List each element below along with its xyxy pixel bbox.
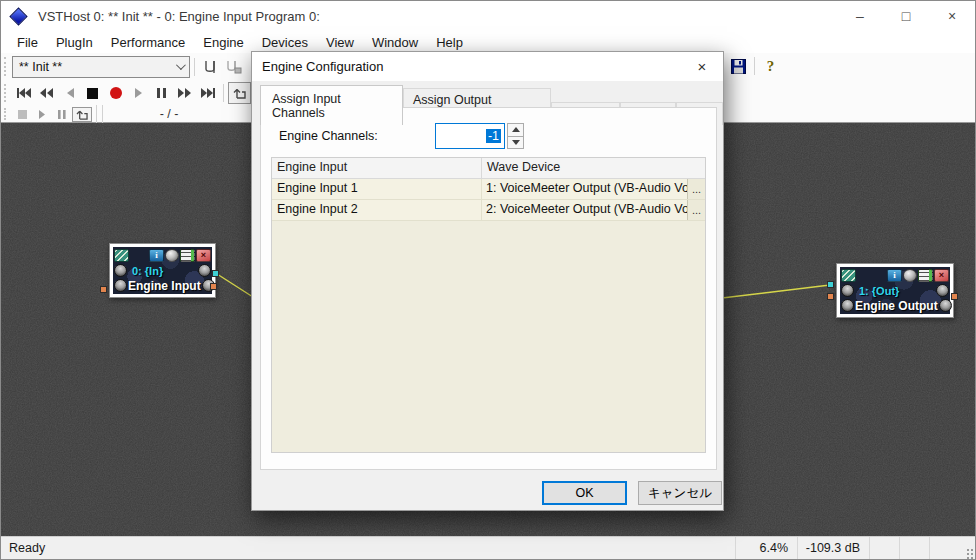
pause-bar-icon — [58, 110, 66, 119]
info-icon[interactable]: i — [149, 249, 164, 262]
info-icon[interactable]: i — [887, 269, 902, 282]
chain-after-button[interactable] — [199, 56, 222, 78]
menu-window[interactable]: Window — [363, 35, 427, 50]
engine-output-node[interactable]: i × 1: {Out} Engine Output — [836, 263, 954, 318]
skip-start-button[interactable] — [12, 82, 35, 104]
stop-bar-icon — [18, 110, 27, 119]
status-bar: Ready 6.4% -109.3 dB — [1, 536, 976, 559]
browse-device-button[interactable]: ... — [687, 200, 705, 220]
pause-icon — [157, 88, 166, 98]
gain-knob[interactable] — [841, 284, 854, 297]
status-output-level: -109.3 dB — [797, 537, 869, 559]
gain-knob[interactable] — [114, 264, 127, 277]
loop-bar-button[interactable] — [72, 107, 92, 122]
maximize-button[interactable]: □ — [883, 1, 929, 31]
loop-bar-icon — [76, 109, 88, 120]
table-row[interactable]: Engine Input 1 1: VoiceMeeter Output (VB… — [272, 179, 705, 200]
wave-device-cell: 1: VoiceMeeter Output (VB-Audio Vo 1 — [482, 179, 687, 199]
output-pin-right-orange[interactable] — [951, 293, 958, 300]
input-pin-right-cyan[interactable] — [212, 270, 219, 277]
bypass-stripes-icon[interactable] — [114, 249, 129, 262]
down-arrow-icon — [512, 140, 520, 145]
chain-bank-button[interactable] — [222, 56, 245, 78]
toolbar-grip[interactable] — [4, 108, 10, 119]
program-list-icon[interactable] — [918, 269, 933, 282]
menu-performance[interactable]: Performance — [102, 35, 194, 50]
assign-input-channels-page: Engine Channels: -1 Engine Input Wave De… — [260, 107, 717, 470]
column-engine-input[interactable]: Engine Input — [272, 158, 482, 178]
play-bar-button[interactable] — [32, 107, 52, 122]
status-empty-pane — [869, 537, 899, 559]
skip-end-button[interactable] — [196, 82, 219, 104]
node-name-label: Engine Output — [855, 299, 938, 313]
stop-icon — [87, 88, 98, 99]
loop-icon — [233, 87, 246, 99]
close-button[interactable]: × — [929, 1, 975, 31]
resize-grip[interactable] — [959, 537, 976, 559]
engine-channels-label: Engine Channels: — [279, 129, 435, 143]
engine-configuration-dialog: Engine Configuration × Assign Input Chan… — [251, 51, 724, 511]
engine-input-cell: Engine Input 1 — [272, 179, 482, 199]
pause-button[interactable] — [150, 82, 173, 104]
bypass-stripes-icon[interactable] — [841, 269, 856, 282]
tab-assign-input-channels[interactable]: Assign Input Channels — [260, 85, 403, 125]
spinner-up-button[interactable] — [507, 123, 524, 137]
output-pin-left-orange[interactable] — [827, 293, 834, 300]
vsthost-window: VSTHost 0: ** Init ** - 0: Engine Input … — [0, 0, 976, 560]
engine-input-cell: Engine Input 2 — [272, 200, 482, 220]
toolbar-grip[interactable] — [4, 57, 10, 76]
loop-button[interactable] — [228, 82, 251, 104]
menu-file[interactable]: File — [8, 35, 47, 50]
window-title: VSTHost 0: ** Init ** - 0: Engine Input … — [38, 9, 320, 24]
minimize-button[interactable]: – — [837, 1, 883, 31]
pan-knob[interactable] — [114, 279, 127, 292]
node-close-icon[interactable]: × — [196, 249, 211, 262]
browse-device-button[interactable]: ... — [687, 179, 705, 199]
ok-button[interactable]: OK — [542, 481, 627, 505]
gain-knob[interactable] — [936, 284, 949, 297]
skip-end-icon — [201, 88, 215, 98]
program-list-icon[interactable] — [180, 249, 195, 262]
engine-channels-input[interactable]: -1 — [435, 123, 505, 149]
input-pin-left-orange[interactable] — [100, 286, 107, 293]
toolbar-grip[interactable] — [4, 84, 10, 102]
play-reverse-button[interactable] — [58, 82, 81, 104]
pan-knob[interactable] — [939, 299, 952, 312]
chain-icon — [202, 59, 220, 75]
input-pin-right-orange[interactable] — [210, 283, 217, 290]
output-pin-left-cyan[interactable] — [827, 281, 834, 288]
stop-bar-button[interactable] — [12, 107, 32, 122]
menu-help[interactable]: Help — [427, 35, 472, 50]
record-button[interactable] — [104, 82, 127, 104]
wave-device-cell: 2: VoiceMeeter Output (VB-Audio Vo 2 — [482, 200, 687, 220]
sphere-icon[interactable] — [165, 249, 179, 262]
menu-devices[interactable]: Devices — [253, 35, 317, 50]
node-channel-label: 0: {In} — [128, 265, 197, 277]
engine-input-node[interactable]: i × 0: {In} Engine Input — [109, 243, 216, 298]
dialog-close-icon[interactable]: × — [681, 52, 723, 81]
gain-knob[interactable] — [198, 264, 211, 277]
stop-button[interactable] — [81, 82, 104, 104]
save-button[interactable] — [727, 55, 750, 77]
table-row[interactable]: Engine Input 2 2: VoiceMeeter Output (VB… — [272, 200, 705, 221]
node-close-icon[interactable]: × — [934, 269, 949, 282]
spinner-down-button[interactable] — [507, 137, 524, 150]
help-button[interactable]: ? — [759, 55, 782, 77]
node-name-label: Engine Input — [128, 279, 201, 293]
cancel-button[interactable]: キャンセル — [638, 481, 722, 505]
rewind-button[interactable] — [35, 82, 58, 104]
pause-bar-button[interactable] — [52, 107, 72, 122]
dialog-title-bar[interactable]: Engine Configuration × — [252, 52, 723, 81]
fast-forward-button[interactable] — [173, 82, 196, 104]
chevron-down-icon — [176, 60, 186, 70]
menu-engine[interactable]: Engine — [194, 35, 252, 50]
play-button[interactable] — [127, 82, 150, 104]
menu-view[interactable]: View — [317, 35, 363, 50]
pan-knob[interactable] — [841, 299, 854, 312]
preset-combobox[interactable]: ** Init ** — [12, 56, 190, 78]
status-empty-pane — [899, 537, 929, 559]
column-wave-device[interactable]: Wave Device — [482, 158, 705, 178]
menu-plugin[interactable]: PlugIn — [47, 35, 102, 50]
sphere-icon[interactable] — [903, 269, 917, 282]
up-arrow-icon — [512, 127, 520, 132]
